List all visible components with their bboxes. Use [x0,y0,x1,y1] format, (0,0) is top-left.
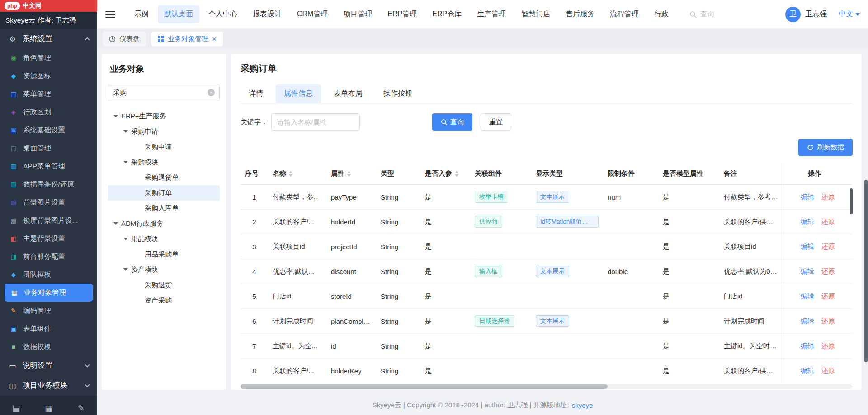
tab-business-object-management[interactable]: 业务对象管理 × [151,32,223,46]
tree-search-input[interactable] [113,89,208,97]
dock-item[interactable]: ▦ 日程 [33,403,65,415]
topnav-item[interactable]: 默认桌面 [158,5,199,23]
tree-node[interactable]: ERP+生产服务 [108,108,220,124]
topnav-item[interactable]: 售后服务 [559,5,601,23]
topnav-item[interactable]: 行政 [648,5,675,23]
tree-node[interactable]: 用品模块 [108,231,220,247]
sort-asc-icon[interactable] [289,171,292,173]
column-header[interactable]: 属性 [326,163,376,185]
restore-link[interactable]: 还原 [821,218,835,225]
topnav-item[interactable]: CRM管理 [291,5,334,23]
topnav-item[interactable]: 示例 [128,5,155,23]
tree-node[interactable]: 资产模块 [108,262,220,277]
restore-link[interactable]: 还原 [821,367,835,374]
sidebar-item[interactable]: ▩ 锁屏背景图片设... [0,211,97,229]
sidebar-item[interactable]: ▨ 背景图片设置 [0,193,97,211]
edit-link[interactable]: 编辑 [801,317,814,325]
column-header[interactable]: 关联组件 [470,163,531,185]
sidebar-item[interactable]: ▤ 菜单管理 [0,85,97,103]
detail-tab[interactable]: 详情 [241,84,271,103]
topnav-item[interactable]: 生产管理 [471,5,512,23]
edit-link[interactable]: 编辑 [801,292,814,300]
sort-asc-icon[interactable] [347,171,351,173]
sidebar-section[interactable]: ▭ 说明设置 [0,356,97,376]
user-name[interactable]: 卫志强 [805,9,827,19]
reset-button[interactable]: 重置 [481,113,511,131]
opensource-link[interactable]: skyeye [572,401,593,409]
tree-node[interactable]: ADM行政服务 [108,216,220,231]
sort-icons[interactable] [455,171,458,177]
sort-icons[interactable] [289,171,292,177]
tree-node[interactable]: 资产采购 [108,293,220,308]
tree-node[interactable]: 用品采购单 [108,247,220,262]
column-header[interactable]: 名称 [268,163,326,185]
detail-tab[interactable]: 操作按钮 [375,84,420,103]
column-header[interactable]: 操作 [783,163,852,185]
refresh-data-button[interactable]: 刷新数据 [798,139,853,156]
topnav-item[interactable]: 报表设计 [246,5,288,23]
sort-icons[interactable] [347,171,351,177]
column-header[interactable]: 是否入参 [420,163,470,185]
menu-toggle-icon[interactable] [105,11,115,18]
sidebar-item[interactable]: ✎ 编码管理 [0,302,97,320]
close-icon[interactable]: × [212,35,217,43]
column-header[interactable]: 序号 [241,163,268,185]
restore-link[interactable]: 还原 [821,292,835,300]
tree-node[interactable]: 采购申请 [108,139,220,154]
restore-link[interactable]: 还原 [821,317,835,325]
column-header[interactable]: 备注 [719,163,783,185]
edit-link[interactable]: 编辑 [801,193,814,201]
restore-link[interactable]: 还原 [821,267,835,275]
restore-link[interactable]: 还原 [821,342,835,350]
global-search[interactable]: 查询 [689,10,714,19]
topnav-item[interactable]: ERP仓库 [426,5,468,23]
topnav-item[interactable]: 项目管理 [337,5,378,23]
detail-tab[interactable]: 属性信息 [276,84,321,103]
dock-item[interactable]: ▤ 文件管理 [0,403,33,415]
clear-icon[interactable]: × [208,89,215,96]
edit-link[interactable]: 编辑 [801,218,814,225]
horizontal-scrollbar-thumb[interactable] [241,384,608,389]
column-header[interactable]: 类型 [376,163,420,185]
restore-link[interactable]: 还原 [821,193,835,201]
edit-link[interactable]: 编辑 [801,242,814,250]
search-button[interactable]: 查询 [432,113,472,131]
tree-node[interactable]: 采购入库单 [108,201,220,216]
tree-node[interactable]: 采购模块 [108,154,220,170]
restore-link[interactable]: 还原 [821,242,835,250]
site-banner[interactable]: php 中文网 [0,0,97,12]
sidebar-item[interactable]: ■ 数据模板 [0,338,97,356]
detail-tab[interactable]: 表单布局 [326,84,371,103]
topnav-item[interactable]: ERP管理 [381,5,423,23]
edit-link[interactable]: 编辑 [801,342,814,350]
sort-desc-icon[interactable] [455,174,458,177]
horizontal-scrollbar[interactable] [241,384,852,389]
tree-node[interactable]: 采购订单 [108,185,220,201]
sort-desc-icon[interactable] [347,174,351,177]
keyword-input[interactable] [271,113,360,131]
sidebar-item[interactable]: ◧ 主题背景设置 [0,229,97,247]
topnav-item[interactable]: 智慧门店 [515,5,557,23]
edit-link[interactable]: 编辑 [801,367,814,374]
column-header[interactable]: 限制条件 [603,163,658,185]
avatar[interactable]: 卫 [785,7,801,22]
sidebar-item[interactable]: ▣ 系统基础设置 [0,121,97,139]
column-header[interactable]: 显示类型 [531,163,603,185]
sidebar-item[interactable]: ◉ 角色管理 [0,49,97,67]
sidebar-section-system-settings[interactable]: ⚙ 系统设置 [0,29,97,49]
sidebar-item[interactable]: ◨ 前台服务配置 [0,247,97,266]
sidebar-item[interactable]: ◆ 资源图标 [0,67,97,85]
tree-node[interactable]: 采购退货单 [108,170,220,185]
sidebar-item[interactable]: ▣ 表单组件 [0,320,97,338]
sidebar-item[interactable]: ▢ 桌面管理 [0,139,97,157]
language-switcher[interactable]: 中文 [839,9,860,19]
dock-item[interactable]: ✎ 笔记 [65,403,97,415]
tree-node[interactable]: 采购退货 [108,277,220,293]
table-vertical-scrollbar-thumb[interactable] [850,188,853,214]
sidebar-item[interactable]: ▥ APP菜单管理 [0,157,97,175]
sidebar-item[interactable]: ◈ 行政区划 [0,103,97,121]
sidebar-item[interactable]: ▦ 业务对象管理 [5,284,93,302]
column-header[interactable]: 是否模型属性 [658,163,719,185]
tree-node[interactable]: 采购申请 [108,124,220,139]
topnav-item[interactable]: 个人中心 [202,5,244,23]
